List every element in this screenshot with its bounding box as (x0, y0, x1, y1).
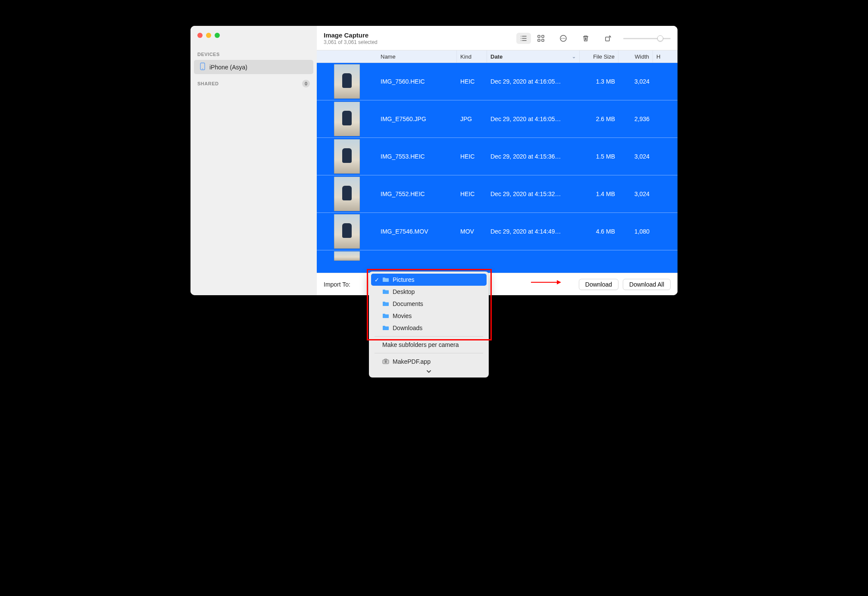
menu-item-label: Pictures (393, 276, 415, 283)
delete-button[interactable] (578, 33, 593, 44)
import-to: Import To: (324, 281, 350, 288)
menu-item-movies[interactable]: Movies (371, 310, 487, 322)
menu-item-desktop[interactable]: Desktop (371, 286, 487, 298)
cell-kind: MOV (457, 228, 487, 235)
grid-icon (537, 34, 545, 42)
cell-kind: HEIC (457, 153, 487, 160)
menu-scroll-indicator[interactable] (371, 368, 487, 375)
toolbar-actions (516, 33, 671, 44)
import-to-menu[interactable]: ✓ Pictures Desktop Documents Movies Down… (369, 271, 489, 378)
thumbnail (317, 251, 377, 261)
thumbnail (317, 214, 377, 249)
thumbnail (317, 64, 377, 99)
minimize-window-button[interactable] (206, 33, 211, 38)
ellipsis-circle-icon (559, 34, 567, 42)
cell-name: IMG_7553.HEIC (377, 153, 457, 160)
sidebar-section-devices: DEVICES (190, 49, 317, 59)
download-all-button[interactable]: Download All (623, 279, 671, 290)
cell-size: 2.6 MB (580, 115, 618, 122)
cell-name: IMG_E7546.MOV (377, 228, 457, 235)
app-title: Image Capture (324, 31, 378, 39)
table-body: IMG_7560.HEIC HEIC Dec 29, 2020 at 4:16:… (317, 63, 678, 273)
more-options-button[interactable] (556, 33, 571, 44)
menu-item-label: Documents (393, 300, 423, 307)
folder-icon (382, 301, 389, 306)
column-file-size[interactable]: File Size (580, 50, 618, 62)
view-mode-group (516, 33, 548, 44)
table-row[interactable] (317, 250, 678, 262)
table-row[interactable]: IMG_7553.HEIC HEIC Dec 29, 2020 at 4:15:… (317, 138, 678, 175)
menu-item-documents[interactable]: Documents (371, 298, 487, 310)
cell-width: 3,024 (618, 78, 653, 85)
thumbnail (317, 102, 377, 136)
menu-separator (375, 336, 483, 337)
sidebar-item-label: iPhone (Asya) (209, 64, 247, 71)
thumbnail (317, 139, 377, 174)
cell-kind: JPG (457, 115, 487, 122)
cell-date: Dec 29, 2020 at 4:16:05… (487, 78, 580, 85)
app-icon (382, 359, 389, 365)
cell-width: 3,024 (618, 190, 653, 197)
cell-kind: HEIC (457, 78, 487, 85)
menu-item-label: Movies (393, 312, 412, 319)
table-row[interactable]: IMG_E7560.JPG JPG Dec 29, 2020 at 4:16:0… (317, 100, 678, 138)
sidebar: DEVICES iPhone (Asya) SHARED 0 (190, 26, 317, 295)
cell-name: IMG_7560.HEIC (377, 78, 457, 85)
main-area: Image Capture 3,061 of 3,061 selected (317, 26, 678, 295)
cell-date: Dec 29, 2020 at 4:16:05… (487, 115, 580, 122)
svg-point-14 (563, 38, 564, 39)
list-view-button[interactable] (516, 33, 531, 44)
rotate-button[interactable] (601, 33, 615, 44)
grid-view-button[interactable] (534, 33, 548, 44)
menu-item-make-subfolders[interactable]: Make subfolders per camera (371, 339, 487, 351)
cell-date: Dec 29, 2020 at 4:15:32… (487, 190, 580, 197)
folder-icon (382, 277, 389, 282)
trash-icon (582, 34, 590, 42)
cell-size: 1.4 MB (580, 190, 618, 197)
download-button[interactable]: Download (579, 279, 618, 290)
menu-item-label: Desktop (393, 288, 415, 295)
menu-item-pictures[interactable]: ✓ Pictures (371, 274, 487, 286)
svg-point-21 (384, 361, 387, 363)
check-icon: ✓ (375, 277, 379, 283)
cell-name: IMG_7552.HEIC (377, 190, 457, 197)
table-row[interactable]: IMG_E7546.MOV MOV Dec 29, 2020 at 4:14:4… (317, 213, 678, 250)
column-thumbnail[interactable] (317, 50, 377, 62)
column-name[interactable]: Name (377, 50, 457, 62)
cell-size: 1.3 MB (580, 78, 618, 85)
close-window-button[interactable] (197, 33, 203, 38)
svg-rect-18 (606, 37, 609, 41)
menu-item-downloads[interactable]: Downloads (371, 322, 487, 334)
folder-icon (382, 325, 389, 331)
column-date[interactable]: Date ⌄ (487, 50, 580, 62)
cell-date: Dec 29, 2020 at 4:14:49… (487, 228, 580, 235)
sidebar-item-device[interactable]: iPhone (Asya) (194, 60, 313, 74)
svg-rect-8 (538, 35, 540, 37)
folder-icon (382, 313, 389, 318)
svg-point-15 (565, 38, 565, 39)
table-row[interactable]: IMG_7560.HEIC HEIC Dec 29, 2020 at 4:16:… (317, 63, 678, 100)
app-window: DEVICES iPhone (Asya) SHARED 0 Image Cap… (190, 26, 678, 295)
thumbnail (317, 177, 377, 211)
column-width[interactable]: Width (618, 50, 653, 62)
menu-item-app[interactable]: MakePDF.app (371, 356, 487, 368)
import-to-label: Import To: (324, 281, 350, 288)
table-header: Name Kind Date ⌄ File Size Width H (317, 50, 678, 63)
list-icon (520, 34, 528, 42)
column-height[interactable]: H (653, 50, 678, 62)
column-date-label: Date (490, 53, 503, 60)
sidebar-section-shared: SHARED 0 (190, 75, 317, 90)
chevron-down-icon (426, 368, 432, 374)
cell-width: 1,080 (618, 228, 653, 235)
column-kind[interactable]: Kind (457, 50, 487, 62)
menu-item-label: Downloads (393, 325, 422, 331)
menu-separator (375, 353, 483, 353)
zoom-slider[interactable] (623, 33, 671, 44)
cell-size: 4.6 MB (580, 228, 618, 235)
zoom-window-button[interactable] (215, 33, 220, 38)
cell-width: 3,024 (618, 153, 653, 160)
cell-width: 2,936 (618, 115, 653, 122)
cell-kind: HEIC (457, 190, 487, 197)
cell-date: Dec 29, 2020 at 4:15:36… (487, 153, 580, 160)
table-row[interactable]: IMG_7552.HEIC HEIC Dec 29, 2020 at 4:15:… (317, 175, 678, 213)
